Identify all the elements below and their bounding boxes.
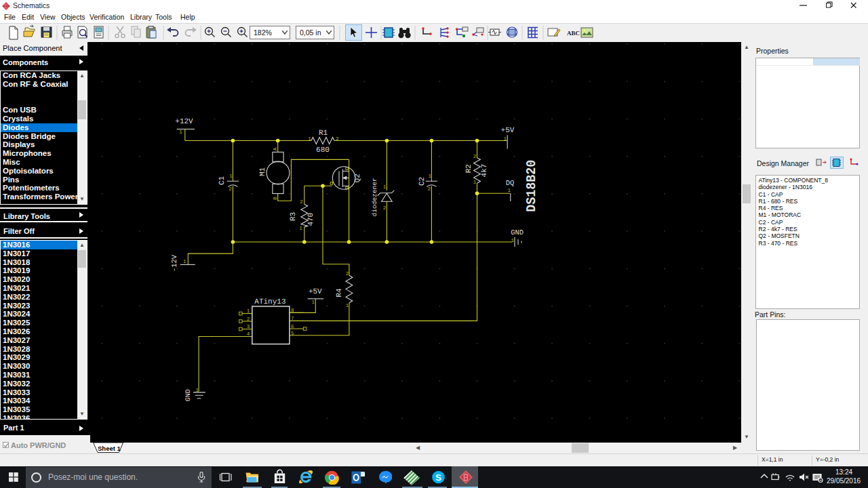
svg-text:1: 1 <box>247 309 250 314</box>
svg-text:C1: C1 <box>218 176 226 186</box>
svg-text:+12V: +12V <box>175 118 193 126</box>
svg-text:8: 8 <box>291 308 294 314</box>
svg-text:1: 1 <box>383 185 387 190</box>
svg-text:C2: C2 <box>418 177 427 186</box>
svg-text:1: 1 <box>299 226 302 232</box>
svg-text:1: 1 <box>508 188 511 194</box>
svg-text:1: 1 <box>196 388 199 394</box>
svg-text:R3: R3 <box>290 212 298 221</box>
svg-text:2: 2 <box>346 271 349 277</box>
svg-text:Q2: Q2 <box>354 174 362 182</box>
svg-text:470: 470 <box>307 213 315 226</box>
svg-text:M1: M1 <box>259 167 267 177</box>
svg-text:2: 2 <box>473 154 477 160</box>
svg-text:DQ: DQ <box>506 180 515 188</box>
svg-text:4k7: 4k7 <box>481 164 489 178</box>
svg-text:2: 2 <box>247 317 250 323</box>
svg-text:2: 2 <box>229 186 232 192</box>
svg-text:4: 4 <box>247 332 250 338</box>
svg-text:1: 1 <box>346 304 349 309</box>
svg-text:1: 1 <box>429 174 432 180</box>
svg-text:-12V: -12V <box>171 254 179 272</box>
svg-text:1: 1 <box>308 137 311 142</box>
svg-text:3: 3 <box>247 324 250 330</box>
svg-text:+5V: +5V <box>309 288 322 296</box>
svg-text:GND: GND <box>511 229 524 237</box>
svg-text:1: 1 <box>312 300 315 306</box>
svg-text:1: 1 <box>473 180 477 186</box>
svg-text:B: B <box>273 197 279 200</box>
svg-text:+5V: +5V <box>501 127 515 135</box>
svg-text:ABC: ABC <box>567 30 580 37</box>
svg-text:R4: R4 <box>336 288 344 298</box>
svg-text:6: 6 <box>291 324 294 330</box>
svg-text:5: 5 <box>291 331 294 337</box>
svg-text:ATiny13: ATiny13 <box>254 298 285 306</box>
svg-text:S: S <box>435 472 441 483</box>
svg-text:2: 2 <box>336 136 339 142</box>
svg-text:R2: R2 <box>465 164 473 173</box>
svg-text:1: 1 <box>511 239 515 244</box>
svg-text:GND: GND <box>185 389 193 401</box>
svg-text:1: 1 <box>179 130 182 136</box>
svg-text:1: 1 <box>504 137 507 142</box>
svg-text:2: 2 <box>428 186 431 192</box>
svg-text:A: A <box>273 147 279 150</box>
svg-text:diodezener: diodezener <box>371 178 378 216</box>
svg-text:680: 680 <box>316 146 330 155</box>
svg-text:2: 2 <box>383 205 387 211</box>
svg-text:7: 7 <box>291 317 294 322</box>
svg-text:1: 1 <box>229 174 233 180</box>
svg-text:R1: R1 <box>319 129 328 138</box>
svg-text:1: 1 <box>183 260 186 265</box>
svg-text:2: 2 <box>300 199 303 205</box>
svg-text:DS18B20: DS18B20 <box>524 160 539 212</box>
